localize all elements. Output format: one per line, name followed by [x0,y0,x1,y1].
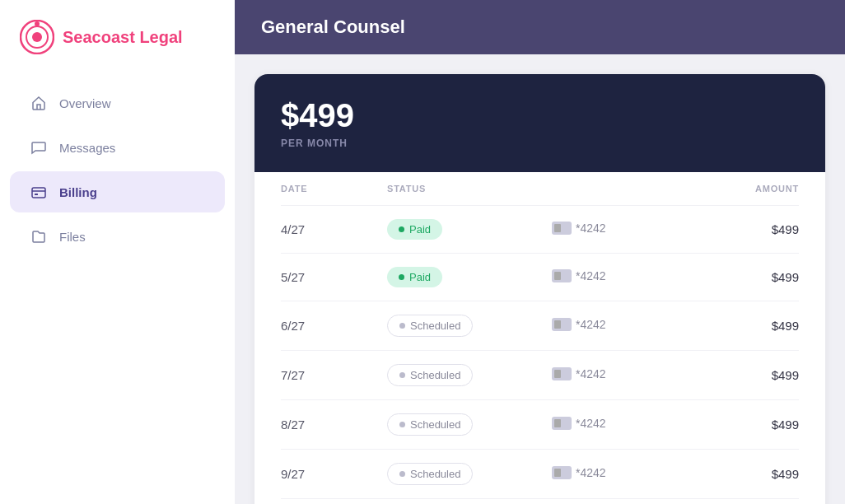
cell-card: *4242 [552,400,717,450]
billing-period: PER MONTH [281,138,799,149]
status-dot [399,372,405,378]
content-area: $499 PER MONTH DATE STATUS AMOUNT 4/27Pa… [235,54,845,504]
cell-card: *4242 [552,450,717,499]
cell-date: 9/27 [281,450,387,499]
billing-table: DATE STATUS AMOUNT 4/27Paid*4242$4995/27… [281,172,799,504]
logo-icon [20,20,54,54]
cell-status: Scheduled [387,301,552,351]
cell-status: Paid [387,206,552,254]
col-header-status: STATUS [387,172,552,206]
sidebar-label-messages: Messages [59,141,115,155]
cell-date: 4/27 [281,206,387,254]
billing-card: $499 PER MONTH DATE STATUS AMOUNT 4/27Pa… [254,74,825,504]
files-icon [30,227,48,245]
card-chip-icon [552,318,572,331]
card-chip-icon [552,222,572,235]
cell-amount: $499 [717,400,799,450]
card-info: *4242 [552,417,606,430]
cell-status: Scheduled [387,400,552,450]
billing-price: $499 [281,97,799,134]
status-dot [399,274,404,280]
table-row: 8/27Scheduled*4242$499 [281,400,799,450]
cell-amount: $499 [717,351,799,400]
status-badge-scheduled: Scheduled [387,413,473,436]
cell-amount: $499 [717,450,799,499]
table-row: 7/27Scheduled*4242$499 [281,351,799,400]
sidebar-label-overview: Overview [59,96,111,110]
table-row: 6/27Scheduled*4242$499 [281,301,799,351]
cell-card: *4242 [552,301,717,351]
card-chip-icon [552,417,572,430]
status-dot [399,323,405,329]
cell-status: Scheduled [387,351,552,400]
cell-card: *4242 [552,351,717,400]
cell-amount: $499 [717,301,799,351]
status-dot [399,226,404,232]
cell-date: 6/27 [281,301,387,351]
cell-card: *4242 [552,499,717,505]
table-row: 4/27Paid*4242$499 [281,206,799,254]
card-info: *4242 [552,222,606,235]
table-row: 9/27Scheduled*4242$499 [281,450,799,499]
col-header-card [552,172,717,206]
main-area: General Counsel $499 PER MONTH DATE STAT… [235,0,845,504]
cell-date: 8/27 [281,400,387,450]
card-info: *4242 [552,367,606,380]
status-badge-scheduled: Scheduled [387,315,473,337]
table-row: 10/27Scheduled*4242$499 [281,499,799,505]
col-header-date: DATE [281,172,387,206]
cell-status: Scheduled [387,450,552,499]
cell-card: *4242 [552,254,717,301]
card-chip-icon [552,367,572,380]
cell-status: Scheduled [387,499,552,505]
status-badge-scheduled: Scheduled [387,364,473,386]
svg-rect-5 [35,194,38,195]
col-header-amount: AMOUNT [717,172,799,206]
cell-date: 7/27 [281,351,387,400]
status-badge-scheduled: Scheduled [387,463,473,485]
cell-status: Paid [387,254,552,301]
sidebar-label-files: Files [59,230,86,244]
svg-point-2 [32,32,42,42]
sidebar-label-billing: Billing [59,185,97,199]
sidebar-item-overview[interactable]: Overview [10,82,225,124]
cell-amount: $499 [717,254,799,301]
billing-header: $499 PER MONTH [254,74,825,172]
logo-text: Seacoast Legal [63,28,183,47]
card-info: *4242 [552,318,606,331]
cell-date: 10/27 [281,499,387,505]
status-badge-paid: Paid [387,267,442,287]
cell-amount: $499 [717,499,799,505]
sidebar-item-messages[interactable]: Messages [10,127,225,168]
home-icon [30,94,48,112]
sidebar-item-billing[interactable]: Billing [10,171,225,212]
svg-rect-4 [32,188,45,198]
card-chip-icon [552,466,572,479]
status-dot [399,422,405,427]
status-dot [399,471,405,477]
sidebar: Seacoast Legal Overview Messages Billing [0,0,235,504]
cell-date: 5/27 [281,254,387,301]
cell-amount: $499 [717,206,799,254]
table-row: 5/27Paid*4242$499 [281,254,799,301]
table-header-row: DATE STATUS AMOUNT [281,172,799,206]
card-info: *4242 [552,466,606,479]
cell-card: *4242 [552,206,717,254]
card-info: *4242 [552,269,606,282]
card-chip-icon [552,269,572,282]
status-badge-paid: Paid [387,219,442,240]
billing-table-wrapper: DATE STATUS AMOUNT 4/27Paid*4242$4995/27… [254,172,825,504]
billing-icon [30,183,48,201]
svg-point-3 [35,21,40,26]
sidebar-item-files[interactable]: Files [10,216,225,257]
messages-icon [30,138,48,156]
page-title: General Counsel [261,16,405,38]
topbar: General Counsel [235,0,845,54]
logo-area: Seacoast Legal [0,20,235,81]
